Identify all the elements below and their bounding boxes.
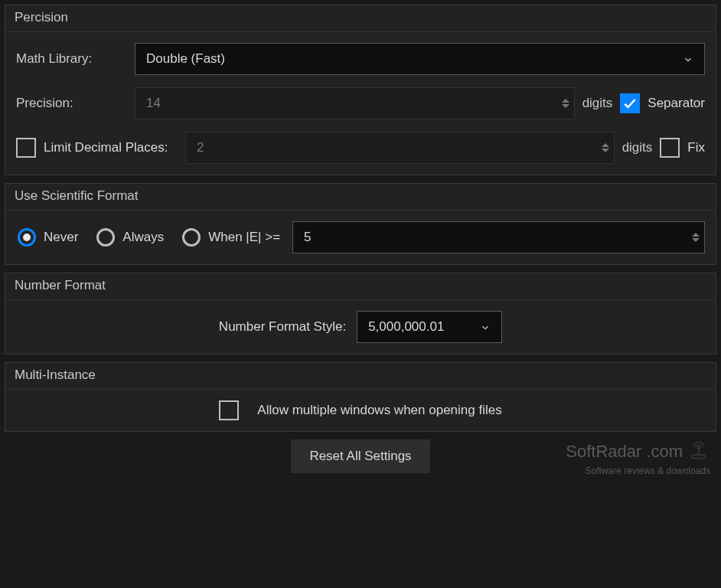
spinner-arrows-icon [597,132,614,163]
scientific-threshold-spinner[interactable]: 5 [292,221,705,253]
limit-decimal-checkbox[interactable] [16,138,36,158]
radio-icon [96,228,115,247]
precision-label: Precision: [16,96,135,111]
scientific-threshold-value: 5 [304,230,687,245]
watermark-dotcom: .com [646,442,683,462]
fix-checkbox[interactable] [660,138,680,158]
svg-point-1 [698,447,700,449]
fix-label: Fix [687,140,705,155]
math-library-label: Math Library: [16,51,135,67]
precision-spinner[interactable]: 14 [135,87,575,119]
multi-instance-group-title: Multi-Instance [5,363,716,390]
radio-never[interactable]: Never [16,228,78,247]
limit-decimal-label: Limit Decimal Places: [44,140,185,155]
number-format-group-title: Number Format [5,273,716,300]
scientific-radio-set: Never Always When |E| >= [16,228,280,247]
math-library-value: Double (Fast) [146,51,225,67]
radar-icon [687,438,710,466]
radio-always-label: Always [122,230,164,245]
chevron-down-icon [683,54,693,64]
multi-instance-group: Multi-Instance Allow multiple windows wh… [5,362,716,432]
precision-unit: digits [582,96,613,111]
radio-always[interactable]: Always [95,228,164,247]
precision-group: Percision Math Library: Double (Fast) Pr… [5,5,716,175]
limit-decimal-spinner[interactable]: 2 [185,132,615,164]
number-format-group: Number Format Number Format Style: 5,000… [5,273,716,354]
watermark: SoftRadar.com Software reviews & downloa… [566,438,710,476]
separator-label: Separator [648,96,705,111]
reset-button-label: Reset All Settings [309,449,411,464]
number-format-style-value: 5,000,000.01 [368,319,444,335]
svg-point-0 [692,455,706,459]
limit-decimal-value: 2 [197,140,597,155]
number-format-style-label: Number Format Style: [219,319,346,335]
number-format-style-dropdown[interactable]: 5,000,000.01 [357,311,502,343]
spinner-arrows-icon [687,222,704,253]
limit-decimal-unit: digits [622,140,653,155]
radio-icon [18,228,36,247]
radio-never-label: Never [44,230,78,245]
scientific-group-title: Use Scientific Format [5,184,716,211]
separator-checkbox[interactable] [620,93,640,113]
watermark-main: SoftRadar [566,442,641,462]
reset-all-settings-button[interactable]: Reset All Settings [291,439,429,473]
chevron-down-icon [480,322,491,332]
radio-icon [182,228,201,247]
radio-when-e-label: When |E| >= [208,230,280,245]
math-library-dropdown[interactable]: Double (Fast) [135,43,705,75]
radio-when-e[interactable]: When |E| >= [181,228,280,247]
precision-group-title: Percision [5,5,716,32]
scientific-group: Use Scientific Format Never Always When … [5,183,716,265]
watermark-sub: Software reviews & downloads [566,466,710,476]
spinner-arrows-icon [557,88,574,119]
precision-value: 14 [146,96,557,111]
footer: Reset All Settings SoftRadar.com Softwar… [5,439,716,473]
allow-multiple-checkbox[interactable] [219,400,239,420]
allow-multiple-label: Allow multiple windows when opening file… [257,403,501,418]
